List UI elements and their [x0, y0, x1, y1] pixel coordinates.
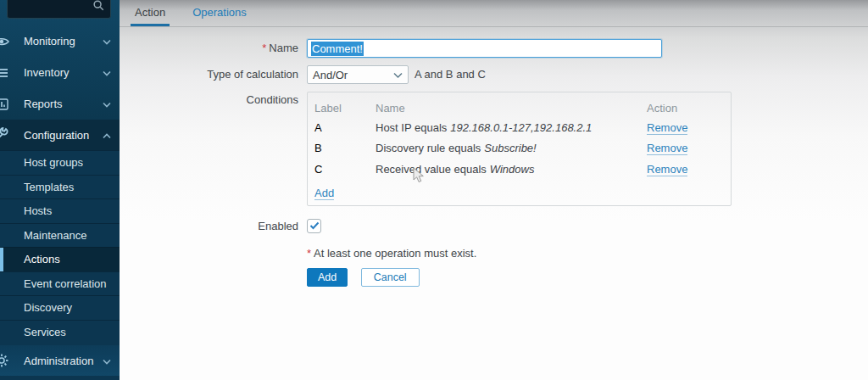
buttons-group: Add Cancel [307, 268, 420, 287]
condition-label: C [314, 163, 376, 176]
configuration-submenu: Host groups Templates Hosts Maintenance … [0, 150, 120, 344]
zabbix-app: Monitoring Inventory Reports [0, 0, 868, 380]
sidebar-item-templates[interactable]: Templates [0, 175, 120, 199]
sidebar-item-label: Maintenance [24, 229, 86, 242]
name-label: *Name [120, 39, 307, 58]
sidebar-item-event-correlation[interactable]: Event correlation [0, 271, 120, 296]
condition-row-a: A Host IP equals192.168.0.1-127,192.168.… [314, 117, 724, 138]
selected-item-accent [0, 248, 3, 271]
checkmark-icon [309, 218, 320, 233]
conditions-table: Label Name Action A Host IP equals192.16… [307, 92, 732, 206]
gear-icon [0, 353, 9, 368]
main-content: Action Operations *Name Comment! Type of… [120, 0, 868, 380]
cancel-button[interactable]: Cancel [361, 268, 420, 287]
eye-icon [0, 34, 9, 49]
buttons-row: Add Cancel [120, 268, 868, 287]
operation-note: *At least one operation must exist. [307, 247, 476, 260]
tab-action[interactable]: Action [132, 6, 168, 26]
sidebar-item-label: Event correlation [24, 277, 107, 290]
sidebar-item-administration[interactable]: Administration [0, 345, 120, 376]
add-condition-row: Add [314, 185, 724, 200]
wrench-icon [0, 127, 9, 142]
conditions-header-row: Label Name Action [314, 98, 724, 117]
tab-bar: Action Operations [120, 0, 868, 27]
sidebar-item-label: Templates [24, 181, 74, 193]
chevron-down-icon [103, 355, 111, 367]
sidebar-item-configuration[interactable]: Configuration [0, 120, 120, 150]
chevron-down-icon [393, 69, 403, 81]
condition-value: Subscribe! [484, 142, 536, 154]
chevron-down-icon [103, 66, 111, 79]
action-form: *Name Comment! Type of calculation And/O… [120, 27, 868, 287]
search-input[interactable] [7, 0, 111, 19]
buttons-spacer [120, 268, 307, 287]
name-row: *Name Comment! [120, 39, 868, 58]
list-icon [0, 65, 9, 81]
sidebar-item-label: Host groups [24, 156, 83, 169]
remove-link[interactable]: Remove [647, 121, 687, 135]
sidebar: Monitoring Inventory Reports [0, 0, 120, 380]
chevron-down-icon [103, 98, 111, 110]
sidebar-item-reports[interactable]: Reports [0, 88, 120, 120]
sidebar-item-monitoring[interactable]: Monitoring [0, 25, 120, 57]
condition-name: Discovery rule equalsSubscribe! [376, 142, 647, 154]
sidebar-item-label: Monitoring [24, 35, 75, 48]
name-input-selected-text: Comment! [311, 42, 364, 56]
condition-action: Remove [647, 163, 724, 176]
sidebar-item-label: Reports [24, 98, 63, 110]
sidebar-item-label: Configuration [24, 129, 89, 142]
calculation-row: Type of calculation And/Or A and B and C [120, 65, 868, 84]
name-input[interactable]: Comment! [307, 39, 662, 58]
tab-operations[interactable]: Operations [190, 6, 249, 26]
sidebar-item-label: Actions [24, 253, 60, 265]
note-row: *At least one operation must exist. [120, 247, 868, 260]
sidebar-item-label: Hosts [24, 204, 52, 217]
condition-name: Host IP equals192.168.0.1-127,192.168.2.… [376, 121, 647, 134]
condition-action: Remove [647, 121, 724, 134]
sidebar-item-label: Administration [24, 355, 93, 367]
enabled-checkbox[interactable] [307, 219, 321, 233]
enabled-label: Enabled [120, 219, 307, 233]
condition-row-c: C Received value equalsWindows Remove [314, 159, 724, 180]
sidebar-item-discovery[interactable]: Discovery [0, 295, 120, 320]
calculation-selected-value: And/Or [313, 69, 348, 81]
sidebar-item-actions[interactable]: Actions [0, 247, 120, 271]
sidebar-item-hosts[interactable]: Hosts [0, 198, 120, 223]
conditions-label: Conditions [120, 92, 307, 206]
sidebar-item-maintenance[interactable]: Maintenance [0, 223, 120, 248]
chevron-down-icon [103, 35, 111, 48]
condition-action: Remove [647, 142, 724, 154]
condition-label: A [314, 121, 376, 134]
calculation-label: Type of calculation [120, 65, 307, 84]
condition-label: B [314, 142, 376, 154]
column-header-name: Name [376, 102, 647, 115]
required-asterisk: * [262, 42, 266, 54]
column-header-action: Action [647, 102, 724, 115]
chevron-up-icon [103, 129, 111, 142]
condition-row-b: B Discovery rule equalsSubscribe! Remove [314, 138, 724, 159]
enabled-row: Enabled [120, 219, 868, 233]
conditions-row: Conditions Label Name Action A Host IP e… [120, 92, 868, 206]
report-icon [0, 97, 9, 112]
condition-value: Windows [490, 163, 535, 176]
sidebar-item-services[interactable]: Services [0, 320, 120, 344]
calculation-select[interactable]: And/Or [307, 65, 409, 84]
remove-link[interactable]: Remove [647, 163, 687, 176]
condition-name: Received value equalsWindows [376, 163, 647, 176]
remove-link[interactable]: Remove [647, 142, 687, 155]
sidebar-item-host-groups[interactable]: Host groups [0, 150, 120, 175]
calculation-formula: A and B and C [415, 65, 486, 84]
search-icon [92, 0, 105, 15]
add-condition-link[interactable]: Add [314, 187, 334, 200]
sidebar-item-label: Discovery [24, 301, 72, 314]
sidebar-item-inventory[interactable]: Inventory [0, 57, 120, 88]
note-spacer [120, 247, 307, 260]
required-asterisk: * [307, 247, 311, 260]
add-button[interactable]: Add [307, 268, 348, 287]
column-header-label: Label [314, 102, 376, 115]
sidebar-search-area [0, 0, 120, 25]
condition-value: 192.168.0.1-127,192.168.2.1 [450, 121, 592, 134]
sidebar-item-label: Services [24, 326, 66, 338]
sidebar-item-label: Inventory [24, 66, 69, 79]
